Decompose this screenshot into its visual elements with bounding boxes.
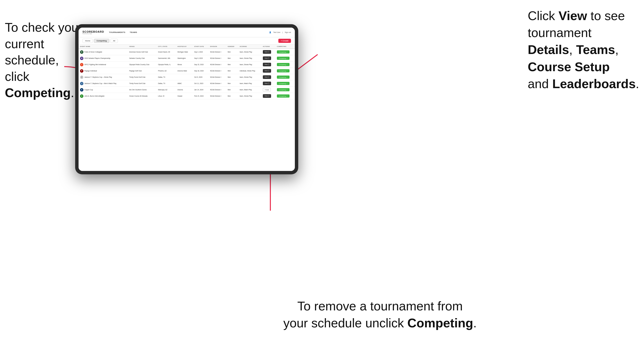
competing-button[interactable]: Competing ✓ xyxy=(277,69,290,72)
event-name-text: Papago Individual xyxy=(84,70,97,72)
table-row: J Jackson T. Stephens Cup – Stroke Play … xyxy=(78,74,295,80)
competing-button[interactable]: Competing ✓ xyxy=(277,88,290,91)
event-name-text: 2023 Sahalee Players Championship xyxy=(84,57,110,59)
nav-links: TOURNAMENTS TEAMS xyxy=(109,31,269,33)
table-row: A Copper Cup Ak-Chin Southern DunesMaric… xyxy=(78,87,295,93)
cell-actions: View ⓘ xyxy=(262,74,276,80)
nav-tournaments[interactable]: TOURNAMENTS xyxy=(109,31,125,33)
cell-division: NCAA Division I xyxy=(208,49,226,55)
competing-button[interactable]: Competing ✓ xyxy=(277,50,290,53)
col-city-state: CITY, STATE xyxy=(157,44,176,49)
table-row: W 2023 Sahalee Players Championship Saha… xyxy=(78,55,295,61)
cell-hosted: Michigan State xyxy=(176,49,193,55)
view-button[interactable]: View ⓘ xyxy=(263,75,271,79)
col-venue: VENUE xyxy=(128,44,157,49)
cell-venue: American Dunes Golf Club xyxy=(128,49,157,55)
cell-hosted: Arizona State xyxy=(176,68,193,74)
cell-hosted: ABAC xyxy=(176,80,193,87)
cell-city: Dallas, TX xyxy=(157,74,176,80)
cell-event-name: P Papago Individual xyxy=(78,68,128,74)
cell-event-name: H John A. Burns Intercollegiate xyxy=(78,93,128,99)
view-button[interactable]: View ⓘ xyxy=(263,63,271,66)
create-button[interactable]: + Create xyxy=(278,39,291,43)
cell-actions: View ⓘ xyxy=(262,61,276,68)
cell-actions: ✏ Edit xyxy=(262,87,276,93)
competing-button[interactable]: Competing ✓ xyxy=(277,57,290,60)
col-hosted-by: HOSTED BY xyxy=(176,44,193,49)
nav-signout[interactable]: Sign out xyxy=(285,31,291,33)
tournaments-table-container: EVENT NAME VENUE CITY, STATE HOSTED BY S… xyxy=(78,44,295,171)
view-button[interactable]: View ⓘ xyxy=(263,56,271,60)
cell-competing: Competing ✓ xyxy=(276,87,295,93)
cell-actions: View ⓘ xyxy=(262,93,276,99)
filter-tabs: Home Competing All xyxy=(82,39,118,43)
cell-venue: Olympia Fields Country Club xyxy=(128,61,157,68)
team-icon: W xyxy=(80,57,84,60)
cell-start-date: Sep 18, 2023 xyxy=(193,68,208,74)
view-button[interactable]: View ⓘ xyxy=(263,69,271,73)
annotation-bottom: To remove a tournament from your schedul… xyxy=(283,298,477,332)
cell-gender: Men xyxy=(226,93,238,99)
competing-button[interactable]: Competing ✓ xyxy=(277,63,290,66)
cell-scoring: team, Stroke Play xyxy=(238,49,261,55)
tab-home[interactable]: Home xyxy=(82,39,93,43)
cell-event-name: M Folds of Honor Collegiate xyxy=(78,49,128,55)
cell-hosted: Arizona xyxy=(176,87,193,93)
cell-city: Dallas, TX xyxy=(157,80,176,87)
event-name-text: OFCC Fighting Illini Invitational xyxy=(84,64,106,65)
table-header-row: EVENT NAME VENUE CITY, STATE HOSTED BY S… xyxy=(78,44,295,49)
cell-scoring: team, Match Play xyxy=(238,87,261,93)
cell-venue: Ak-Chin Southern Dunes xyxy=(128,87,157,93)
scoreboard-logo: SCOREBOARD Powered by clippi xyxy=(82,30,104,34)
cell-start-date: Feb 15, 2024 xyxy=(193,93,208,99)
cell-competing: Competing ✓ xyxy=(276,49,295,55)
competing-button[interactable]: Competing ✓ xyxy=(277,76,290,79)
cell-city: Maricopa, AZ xyxy=(157,87,176,93)
nav-teams[interactable]: TEAMS xyxy=(130,31,137,33)
col-actions: ACTIONS xyxy=(262,44,276,49)
event-name-text: Jackson T. Stephens Cup – Men's Match Pl… xyxy=(84,83,116,84)
cell-venue: Trinity Forest Golf Club xyxy=(128,80,157,87)
competing-button[interactable]: Competing ✓ xyxy=(277,82,290,85)
tab-all[interactable]: All xyxy=(110,39,118,43)
cell-gender: Men xyxy=(226,80,238,87)
cell-event-name: I OFCC Fighting Illini Invitational xyxy=(78,61,128,68)
competing-button[interactable]: Competing ✓ xyxy=(277,94,290,98)
cell-division: NCAA Division I xyxy=(208,80,226,87)
table-row: P Papago Individual Papago Golf ClubPhoe… xyxy=(78,68,295,74)
view-button[interactable]: View ⓘ xyxy=(263,82,271,85)
cell-actions: View ⓘ xyxy=(262,49,276,55)
cell-scoring: team, Stroke Play xyxy=(238,74,261,80)
cell-start-date: Oct 11, 2023 xyxy=(193,80,208,87)
tournaments-table: EVENT NAME VENUE CITY, STATE HOSTED BY S… xyxy=(78,44,295,99)
cell-scoring: team, Stroke Play xyxy=(238,55,261,61)
cell-competing: Competing ✓ xyxy=(276,93,295,99)
annotation-topright: Click View to see tournament Details, Te… xyxy=(528,7,639,92)
tab-competing[interactable]: Competing xyxy=(94,39,109,43)
cell-start-date: Sep 9, 2023 xyxy=(193,55,208,61)
cell-start-date: Sep 15, 2023 xyxy=(193,61,208,68)
col-event-name: EVENT NAME xyxy=(78,44,128,49)
team-icon: M xyxy=(80,50,84,54)
cell-actions: View ⓘ xyxy=(262,55,276,61)
col-start-date: START DATE xyxy=(193,44,208,49)
cell-hosted: Hawaii xyxy=(176,93,193,99)
cell-event-name: A Copper Cup xyxy=(78,87,128,93)
cell-division: NCAA Division I xyxy=(208,74,226,80)
view-button[interactable]: View ⓘ xyxy=(263,50,271,54)
view-button[interactable]: View ⓘ xyxy=(263,94,271,98)
cell-start-date: Jan 14, 2024 xyxy=(193,87,208,93)
cell-actions: View ⓘ xyxy=(262,68,276,74)
cell-gender: Men xyxy=(226,55,238,61)
team-icon: I xyxy=(80,63,84,66)
cell-venue: Trinity Forest Golf Club xyxy=(128,74,157,80)
cell-gender: Men xyxy=(226,61,238,68)
edit-button[interactable]: ✏ Edit xyxy=(263,88,271,92)
cell-event-name: J Jackson T. Stephens Cup – Stroke Play xyxy=(78,74,128,80)
cell-division: NCAA Division I xyxy=(208,87,226,93)
cell-competing: Competing ✓ xyxy=(276,74,295,80)
cell-gender: Men xyxy=(226,74,238,80)
cell-competing: Competing ✓ xyxy=(276,55,295,61)
nav-user-icon: 👤 xyxy=(269,31,271,33)
cell-division: NCAA Division I xyxy=(208,61,226,68)
